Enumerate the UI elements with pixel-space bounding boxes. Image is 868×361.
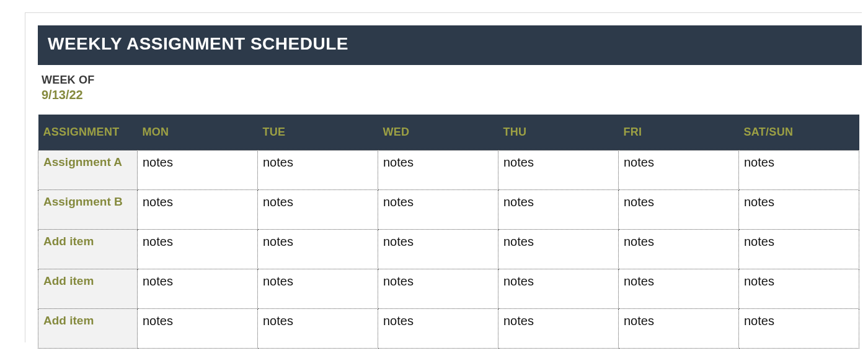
cell-fri[interactable]: notes bbox=[619, 269, 739, 309]
col-satsun: SAT/SUN bbox=[739, 115, 859, 150]
cell-tue[interactable]: notes bbox=[258, 190, 378, 230]
cell-mon[interactable]: notes bbox=[138, 150, 258, 190]
cell-tue[interactable]: notes bbox=[258, 150, 378, 190]
cell-thu[interactable]: notes bbox=[498, 150, 619, 190]
cell-mon[interactable]: notes bbox=[138, 309, 258, 349]
cell-mon[interactable]: notes bbox=[138, 230, 258, 269]
cell-satsun[interactable]: notes bbox=[739, 150, 859, 190]
table-header-row: ASSIGNMENT MON TUE WED THU FRI SAT/SUN bbox=[38, 115, 859, 150]
cell-mon[interactable]: notes bbox=[138, 190, 258, 230]
cell-satsun[interactable]: notes bbox=[739, 190, 859, 230]
cell-tue[interactable]: notes bbox=[258, 230, 378, 269]
cell-wed[interactable]: notes bbox=[378, 150, 498, 190]
cell-wed[interactable]: notes bbox=[378, 269, 498, 309]
cell-fri[interactable]: notes bbox=[619, 190, 739, 230]
table-row: Assignment B notes notes notes notes not… bbox=[38, 190, 859, 230]
cell-thu[interactable]: notes bbox=[498, 309, 619, 349]
col-wed: WED bbox=[378, 115, 498, 150]
cell-wed[interactable]: notes bbox=[378, 309, 498, 349]
col-assignment: ASSIGNMENT bbox=[38, 115, 138, 150]
table-row: Assignment A notes notes notes notes not… bbox=[38, 150, 859, 190]
row-label[interactable]: Assignment B bbox=[38, 190, 138, 230]
schedule-table: ASSIGNMENT MON TUE WED THU FRI SAT/SUN A… bbox=[38, 115, 859, 349]
row-label[interactable]: Add item bbox=[38, 309, 138, 349]
cell-fri[interactable]: notes bbox=[619, 309, 739, 349]
cell-fri[interactable]: notes bbox=[619, 230, 739, 269]
cell-thu[interactable]: notes bbox=[498, 269, 619, 309]
page-title: WEEKLY ASSIGNMENT SCHEDULE bbox=[38, 25, 862, 65]
document-container: WEEKLY ASSIGNMENT SCHEDULE WEEK OF 9/13/… bbox=[25, 12, 862, 342]
col-thu: THU bbox=[498, 115, 619, 150]
week-of-date[interactable]: 9/13/22 bbox=[42, 88, 862, 102]
row-label[interactable]: Add item bbox=[38, 269, 138, 309]
row-label[interactable]: Add item bbox=[38, 230, 138, 269]
table-row: Add item notes notes notes notes notes n… bbox=[38, 309, 859, 349]
cell-thu[interactable]: notes bbox=[498, 230, 619, 269]
cell-tue[interactable]: notes bbox=[258, 309, 378, 349]
week-of-block: WEEK OF 9/13/22 bbox=[38, 65, 862, 115]
row-label[interactable]: Assignment A bbox=[38, 150, 138, 190]
week-of-label: WEEK OF bbox=[42, 74, 862, 87]
col-mon: MON bbox=[138, 115, 258, 150]
cell-tue[interactable]: notes bbox=[258, 269, 378, 309]
table-row: Add item notes notes notes notes notes n… bbox=[38, 269, 859, 309]
cell-satsun[interactable]: notes bbox=[739, 230, 859, 269]
cell-wed[interactable]: notes bbox=[378, 190, 498, 230]
col-fri: FRI bbox=[619, 115, 739, 150]
page-frame: WEEKLY ASSIGNMENT SCHEDULE WEEK OF 9/13/… bbox=[0, 0, 868, 361]
col-tue: TUE bbox=[258, 115, 378, 150]
cell-thu[interactable]: notes bbox=[498, 190, 619, 230]
cell-satsun[interactable]: notes bbox=[739, 269, 859, 309]
cell-satsun[interactable]: notes bbox=[739, 309, 859, 349]
cell-wed[interactable]: notes bbox=[378, 230, 498, 269]
table-row: Add item notes notes notes notes notes n… bbox=[38, 230, 859, 269]
cell-mon[interactable]: notes bbox=[138, 269, 258, 309]
cell-fri[interactable]: notes bbox=[619, 150, 739, 190]
